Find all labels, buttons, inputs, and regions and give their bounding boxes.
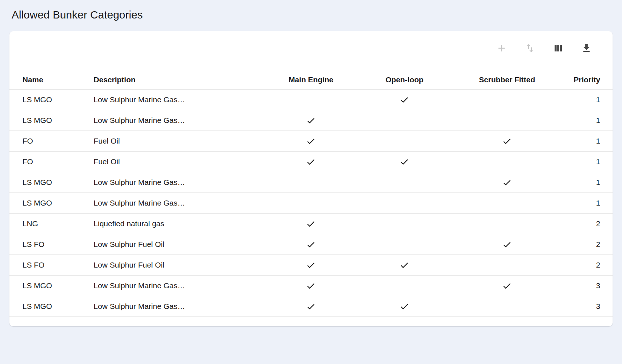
cell-description: Low Sulphur Marine Gas… (88, 193, 263, 214)
cell-priority: 2 (564, 214, 613, 234)
cell-main-engine (263, 234, 359, 255)
download-button[interactable] (581, 43, 592, 54)
bunker-categories-card: Name Description Main Engine Open-loop S… (9, 31, 613, 326)
cell-priority: 1 (564, 110, 613, 131)
cell-scrubber-fitted (450, 131, 564, 152)
cell-scrubber-fitted (450, 152, 564, 172)
table-row[interactable]: LS MGOLow Sulphur Marine Gas…1 (9, 90, 613, 110)
check-icon (306, 219, 316, 227)
cell-main-engine (263, 131, 359, 152)
columns-icon (553, 43, 564, 55)
cell-description: Low Sulphur Fuel Oil (88, 234, 263, 255)
cell-scrubber-fitted (450, 214, 564, 234)
check-icon (306, 281, 316, 289)
sort-icon (524, 43, 535, 55)
cell-description: Fuel Oil (88, 131, 263, 152)
table-header-row: Name Description Main Engine Open-loop S… (9, 70, 613, 90)
page: Allowed Bunker Categories (0, 0, 622, 335)
cell-priority: 1 (564, 90, 613, 110)
sort-button[interactable] (524, 43, 536, 54)
table-row[interactable]: LS MGOLow Sulphur Marine Gas…1 (9, 110, 613, 131)
table-row[interactable]: LS MGOLow Sulphur Marine Gas…1 (9, 193, 613, 214)
cell-name: LS FO (9, 255, 88, 276)
cell-name: LS MGO (9, 276, 88, 296)
cell-name: LS MGO (9, 296, 88, 317)
cell-main-engine (263, 172, 359, 193)
cell-description: Low Sulphur Marine Gas… (88, 110, 263, 131)
cell-description: Low Sulphur Marine Gas… (88, 90, 263, 110)
table-body: LS MGOLow Sulphur Marine Gas…1LS MGOLow … (9, 90, 613, 317)
cell-scrubber-fitted (450, 276, 564, 296)
cell-priority: 2 (564, 234, 613, 255)
check-icon (306, 240, 316, 248)
cell-open-loop (359, 152, 450, 172)
columns-button[interactable] (552, 43, 564, 54)
column-header-priority[interactable]: Priority (564, 70, 613, 90)
cell-open-loop (359, 193, 450, 214)
table-row[interactable]: LS MGOLow Sulphur Marine Gas…3 (9, 276, 613, 296)
cell-open-loop (359, 234, 450, 255)
check-icon (306, 116, 316, 124)
column-header-open-loop[interactable]: Open-loop (359, 70, 450, 90)
cell-scrubber-fitted (450, 110, 564, 131)
cell-description: Liquefied natural gas (88, 214, 263, 234)
table-row[interactable]: FOFuel Oil1 (9, 152, 613, 172)
cell-open-loop (359, 90, 450, 110)
column-header-scrubber-fitted[interactable]: Scrubber Fitted (450, 70, 564, 90)
cell-priority: 1 (564, 172, 613, 193)
cell-name: LS MGO (9, 90, 88, 110)
cell-description: Low Sulphur Marine Gas… (88, 296, 263, 317)
column-header-main-engine[interactable]: Main Engine (263, 70, 359, 90)
table-row[interactable]: LS MGOLow Sulphur Marine Gas…1 (9, 172, 613, 193)
table-row[interactable]: LS MGOLow Sulphur Marine Gas…3 (9, 296, 613, 317)
table-toolbar (9, 31, 613, 70)
cell-description: Low Sulphur Marine Gas… (88, 172, 263, 193)
cell-name: LS FO (9, 234, 88, 255)
cell-scrubber-fitted (450, 234, 564, 255)
check-icon (306, 136, 316, 145)
table-row[interactable]: LS FOLow Sulphur Fuel Oil2 (9, 255, 613, 276)
cell-scrubber-fitted (450, 193, 564, 214)
cell-priority: 1 (564, 193, 613, 214)
bunker-categories-table: Name Description Main Engine Open-loop S… (9, 70, 613, 317)
cell-open-loop (359, 172, 450, 193)
cell-main-engine (263, 110, 359, 131)
cell-open-loop (359, 296, 450, 317)
table-row[interactable]: LNGLiquefied natural gas2 (9, 214, 613, 234)
cell-open-loop (359, 276, 450, 296)
cell-priority: 3 (564, 296, 613, 317)
cell-main-engine (263, 276, 359, 296)
cell-main-engine (263, 296, 359, 317)
cell-name: LS MGO (9, 193, 88, 214)
cell-name: LS MGO (9, 172, 88, 193)
cell-open-loop (359, 131, 450, 152)
cell-priority: 1 (564, 131, 613, 152)
check-icon (502, 281, 512, 289)
cell-name: FO (9, 152, 88, 172)
page-title: Allowed Bunker Categories (9, 7, 613, 21)
cell-open-loop (359, 255, 450, 276)
add-button[interactable] (496, 43, 507, 54)
add-icon (496, 43, 507, 55)
download-icon (581, 43, 592, 55)
check-icon (399, 260, 409, 269)
cell-scrubber-fitted (450, 296, 564, 317)
cell-main-engine (263, 90, 359, 110)
check-icon (399, 302, 409, 310)
column-header-name[interactable]: Name (9, 70, 88, 90)
cell-main-engine (263, 152, 359, 172)
cell-main-engine (263, 214, 359, 234)
cell-name: FO (9, 131, 88, 152)
table-row[interactable]: FOFuel Oil1 (9, 131, 613, 152)
cell-scrubber-fitted (450, 255, 564, 276)
column-header-description[interactable]: Description (88, 70, 263, 90)
cell-priority: 3 (564, 276, 613, 296)
check-icon (306, 260, 316, 269)
table-row[interactable]: LS FOLow Sulphur Fuel Oil2 (9, 234, 613, 255)
check-icon (502, 240, 512, 248)
cell-name: LNG (9, 214, 88, 234)
cell-main-engine (263, 255, 359, 276)
check-icon (306, 302, 316, 310)
cell-description: Low Sulphur Marine Gas… (88, 276, 263, 296)
cell-priority: 2 (564, 255, 613, 276)
